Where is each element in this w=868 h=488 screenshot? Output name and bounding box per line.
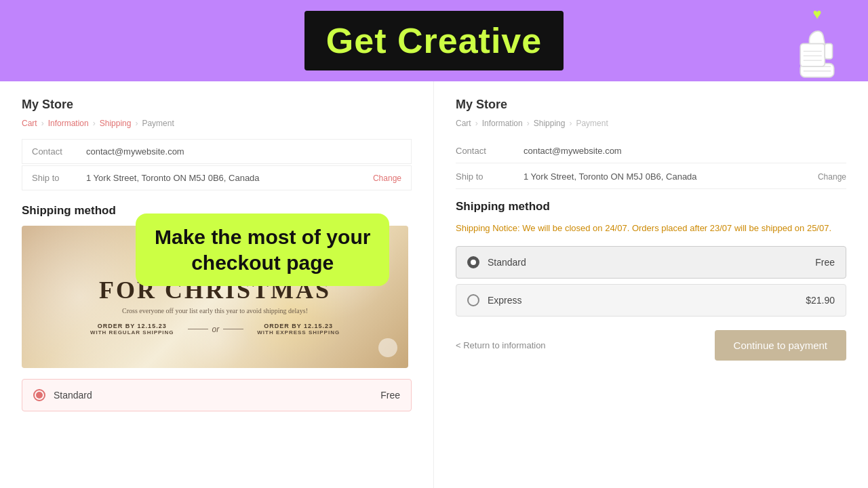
bc-r-shipping[interactable]: Shipping <box>534 119 566 128</box>
breadcrumb-left: Cart › Information › Shipping › Payment <box>22 119 412 128</box>
tooltip-text-1: Make the most of your <box>155 224 370 250</box>
store-name-left: My Store <box>22 98 412 112</box>
thumbs-up-area: ♥ <box>787 0 848 84</box>
ship-value-right: 1 York Street, Toronto ON M5J 0B6, Canad… <box>524 171 818 182</box>
bc-r-information[interactable]: Information <box>482 119 523 128</box>
banner-or: or <box>188 325 244 334</box>
store-name-right: My Store <box>456 98 846 112</box>
radio-standard-left[interactable] <box>33 389 45 401</box>
tooltip-text-2: checkout page <box>155 250 370 276</box>
ship-to-row-left: Ship to 1 York Street, Toronto ON M5J 0B… <box>22 165 412 190</box>
continue-button[interactable]: Continue to payment <box>715 330 846 361</box>
contact-label-left: Contact <box>32 146 86 157</box>
contact-value-left: contact@mywebsite.com <box>86 146 401 157</box>
contact-row-right: Contact contact@mywebsite.com <box>456 139 846 163</box>
heart-icon: ♥ <box>812 5 821 23</box>
left-panel: My Store Cart › Information › Shipping ›… <box>0 81 434 488</box>
shipping-price-left: Free <box>380 390 400 401</box>
ship-to-label-left: Ship to <box>32 173 86 183</box>
banner-dates: ORDER BY 12.15.23 WITH REGULAR SHIPPING … <box>90 323 340 336</box>
title-box: Get Creative <box>304 11 564 70</box>
banner-date-col-1: ORDER BY 12.15.23 WITH REGULAR SHIPPING <box>90 323 174 336</box>
banner-circle-deco <box>378 338 397 357</box>
ship-label-right: Ship to <box>456 171 524 182</box>
shipping-option-standard-right[interactable]: Standard Free <box>456 246 846 279</box>
banner-shipping-2: WITH EXPRESS SHIPPING <box>257 329 340 336</box>
contact-value-right: contact@mywebsite.com <box>524 146 846 156</box>
back-link[interactable]: < Return to information <box>456 340 546 350</box>
ship-to-label-right: Contact <box>456 146 524 156</box>
banner-date-label-2: ORDER BY 12.15.23 <box>257 323 340 329</box>
right-panel: My Store Cart › Information › Shipping ›… <box>434 81 868 488</box>
thumbs-up-icon <box>787 23 848 84</box>
bc-r-payment: Payment <box>576 119 608 128</box>
shipping-option-left[interactable]: Standard Free <box>22 379 412 411</box>
contact-row-left: Contact contact@mywebsite.com <box>22 139 412 164</box>
change-link-left[interactable]: Change <box>373 174 401 183</box>
banner-date-label-1: ORDER BY 12.15.23 <box>90 323 174 329</box>
change-link-right[interactable]: Change <box>818 172 846 182</box>
bottom-row: < Return to information Continue to paym… <box>456 330 846 361</box>
shipping-notice: Shipping Notice: We will be closed on 24… <box>456 222 846 235</box>
shipping-label-left: Standard <box>54 390 380 401</box>
radio-express-right[interactable] <box>467 294 479 306</box>
page-title: Get Creative <box>326 21 542 60</box>
express-price-right: $21.90 <box>806 295 835 306</box>
tooltip-overlay: Make the most of your checkout page <box>136 214 389 286</box>
svg-rect-1 <box>800 43 825 66</box>
svg-rect-2 <box>825 43 832 59</box>
ship-to-row-right: Ship to 1 York Street, Toronto ON M5J 0B… <box>456 165 846 189</box>
breadcrumb-right: Cart › Information › Shipping › Payment <box>456 119 846 128</box>
bc-r-cart[interactable]: Cart <box>456 119 471 128</box>
ship-to-value-left: 1 York Street, Toronto ON M5J 0B6, Canad… <box>86 173 373 183</box>
bc-cart[interactable]: Cart <box>22 119 37 128</box>
bc-shipping[interactable]: Shipping <box>100 119 132 128</box>
standard-price-right: Free <box>815 257 835 268</box>
main-content: My Store Cart › Information › Shipping ›… <box>0 81 868 488</box>
banner-line3: Cross everyone off your list early this … <box>122 307 308 314</box>
express-label-right: Express <box>488 295 806 306</box>
banner-shipping-1: WITH REGULAR SHIPPING <box>90 329 174 336</box>
shipping-section-title-right: Shipping method <box>456 200 846 214</box>
shipping-option-express-right[interactable]: Express $21.90 <box>456 284 846 317</box>
banner-date-col-2: ORDER BY 12.15.23 WITH EXPRESS SHIPPING <box>257 323 340 336</box>
radio-standard-right[interactable] <box>467 256 479 268</box>
header: Get Creative ♥ <box>0 0 868 81</box>
bc-information[interactable]: Information <box>48 119 89 128</box>
standard-label-right: Standard <box>488 257 815 268</box>
bc-payment: Payment <box>142 119 174 128</box>
